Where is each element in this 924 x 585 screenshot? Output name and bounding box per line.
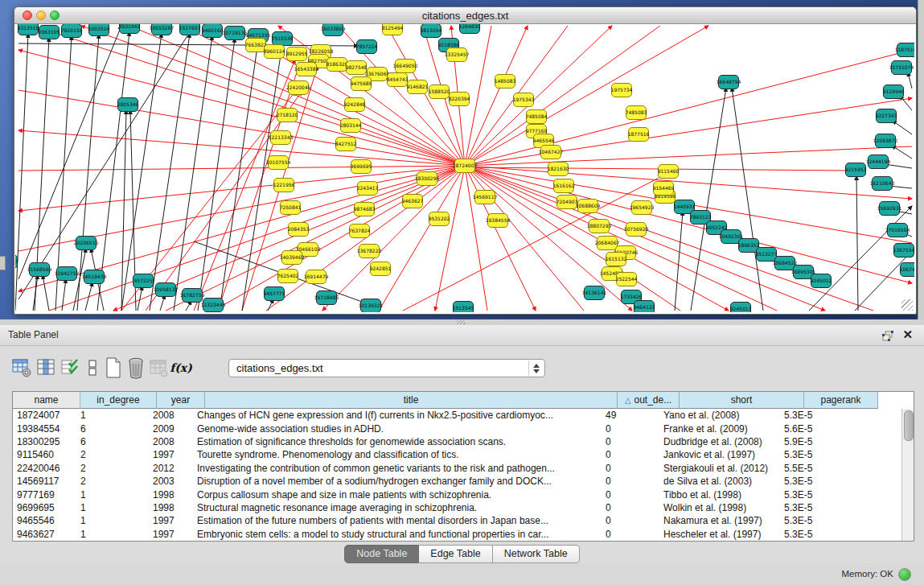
table-cell[interactable]: Stergiakouli et al. (2012) [659, 462, 780, 475]
table-cell[interactable]: Franke et al. (2009) [659, 422, 780, 435]
graph-node[interactable]: 13678223 [359, 244, 380, 258]
table-options-icon[interactable] [11, 356, 32, 379]
collapsed-panel-handle[interactable] [0, 256, 6, 270]
graph-node[interactable]: 11875104 [897, 43, 914, 57]
table-cell[interactable]: 5.6E-5 [780, 422, 850, 435]
function-builder-icon[interactable]: f(x) [170, 356, 191, 379]
table-cell[interactable]: 5.3E-5 [780, 488, 850, 501]
new-table-icon[interactable] [103, 356, 124, 379]
table-cell[interactable]: 2012 [149, 462, 193, 475]
table-cell[interactable]: Changes of HCN gene expression and I(f) … [193, 409, 602, 422]
column-header-pagerank[interactable]: pagerank [804, 392, 878, 409]
graph-node-hub[interactable]: 18724007 [454, 159, 475, 173]
table-cell[interactable]: 2 [76, 462, 149, 475]
graph-node[interactable]: 20206516 [76, 236, 97, 250]
table-cell[interactable]: Investigating the contribution of common… [193, 462, 602, 475]
graph-node[interactable]: 9460160 [202, 24, 223, 38]
table-row[interactable]: 1456911722003Disruption of a novel membe… [13, 475, 914, 488]
graph-node[interactable]: 12323448 [203, 298, 224, 312]
table-cell[interactable]: Embryonic stem cells: a model to study s… [193, 528, 602, 541]
table-cell[interactable]: 1998 [149, 501, 193, 514]
graph-node[interactable]: 18300295 [417, 171, 437, 186]
graph-node[interactable]: 9457771 [264, 286, 285, 301]
graph-node[interactable]: 16648794 [718, 75, 739, 89]
graph-node[interactable]: 1616162 [553, 179, 574, 193]
table-cell[interactable]: 5.3E-5 [780, 501, 850, 514]
graph-node[interactable]: 9115460 [658, 164, 679, 179]
tab-network-table[interactable]: Network Table [493, 545, 580, 563]
graph-node[interactable]: 14569117 [474, 190, 495, 204]
graph-node[interactable]: 7920155 [61, 24, 82, 38]
table-cell[interactable]: 0 [602, 514, 659, 527]
graph-node[interactable]: 1588520 [429, 84, 450, 99]
table-row[interactable]: 1872400712008Changes of HCN gene express… [13, 409, 914, 422]
table-cell[interactable]: Estimation of the future numbers of pati… [193, 514, 602, 527]
table-cell[interactable]: 2008 [149, 435, 193, 448]
table-cell[interactable]: Jankovic et al. (1997) [659, 448, 780, 461]
table-cell[interactable]: 49 [602, 409, 659, 422]
table-cell[interactable]: 9463627 [13, 528, 76, 541]
table-cell[interactable]: 2 [76, 448, 149, 461]
graph-node[interactable]: 9827548 [346, 60, 367, 75]
table-cell[interactable]: 0 [602, 475, 659, 488]
graph-node[interactable]: 1877516 [628, 127, 649, 142]
graph-node[interactable]: 8813054 [421, 24, 441, 38]
table-cell[interactable]: Wolkin et al. (1998) [659, 501, 780, 514]
table-cell[interactable]: Tourette syndrome. Phenomenology and cla… [193, 448, 602, 461]
graph-node[interactable]: 9475685 [351, 76, 372, 91]
tab-node-table[interactable]: Node Table [344, 545, 419, 563]
table-cell[interactable]: 6 [76, 422, 149, 435]
graph-node[interactable]: 10688609 [577, 199, 598, 213]
graph-node[interactable]: 7857224 [356, 39, 377, 54]
column-header-title[interactable]: title [205, 392, 618, 409]
graph-node[interactable]: 16033809 [322, 24, 343, 36]
column-header-short[interactable]: short [680, 392, 804, 409]
graph-node[interactable]: 10467427 [540, 145, 561, 159]
table-cell[interactable]: 0 [602, 462, 659, 475]
column-header-year[interactable]: year [157, 392, 205, 409]
table-cell[interactable]: 2009 [149, 422, 193, 435]
table-vertical-scrollbar[interactable] [901, 409, 914, 541]
graph-node[interactable]: 7637824 [349, 224, 370, 238]
table-cell[interactable]: 1997 [149, 448, 193, 461]
graph-node[interactable]: 7625402 [277, 269, 298, 283]
graph-node[interactable]: 9146821 [407, 80, 428, 94]
show-columns-icon[interactable] [35, 356, 56, 379]
graph-node[interactable]: 1821630 [548, 162, 569, 176]
graph-node[interactable]: 9242851 [370, 262, 391, 276]
graph-node[interactable]: 2243417 [357, 181, 378, 196]
table-cell[interactable]: 1 [76, 409, 149, 422]
column-header-name[interactable]: name [13, 392, 80, 409]
graph-node[interactable]: 10958137 [155, 282, 176, 297]
graph-node[interactable]: 8454743 [387, 72, 408, 87]
table-row[interactable]: 946554611997Estimation of the future num… [13, 514, 914, 527]
table-row[interactable]: 946362711997Embryonic stem cells: a mode… [13, 528, 914, 541]
graph-node[interactable]: 1527607 [179, 24, 200, 35]
graph-node[interactable]: 8531042 [119, 24, 140, 34]
graph-node[interactable]: 2084353 [288, 222, 309, 237]
graph-node[interactable]: 1975343 [513, 93, 534, 107]
table-cell[interactable]: 6 [76, 435, 149, 448]
network-canvas[interactable]: 9313515206310579201551003524853104210653… [15, 24, 914, 312]
graph-node[interactable]: 12093872 [875, 134, 896, 148]
graph-node[interactable]: 9463627 [402, 194, 423, 208]
table-cell[interactable]: 5.3E-5 [780, 475, 850, 488]
graph-node[interactable]: 9245013 [730, 302, 751, 312]
graph-node[interactable]: 19384554 [487, 213, 508, 228]
graph-node[interactable]: 16914479 [306, 270, 326, 284]
graph-node[interactable]: 8220394 [449, 92, 470, 106]
graph-node[interactable]: 9699695 [351, 159, 372, 174]
table-cell[interactable]: 5.3E-5 [780, 514, 850, 527]
table-cell[interactable]: 9465546 [13, 514, 76, 527]
graph-node[interactable]: 12942757 [56, 266, 77, 281]
graph-node[interactable]: 9154469 [653, 181, 674, 196]
graph-node[interactable]: 10107554 [268, 155, 289, 170]
graph-node[interactable]: 1067455 [900, 262, 914, 277]
graph-node[interactable]: 8125494 [382, 24, 403, 35]
table-cell[interactable]: 14569117 [13, 475, 76, 488]
graph-node[interactable]: 1485083 [495, 74, 515, 89]
float-window-icon[interactable] [882, 330, 893, 340]
graph-node[interactable]: 8912955 [286, 47, 307, 61]
graph-node[interactable]: 16543382 [296, 62, 317, 76]
graph-node[interactable]: 14136141 [584, 286, 605, 300]
